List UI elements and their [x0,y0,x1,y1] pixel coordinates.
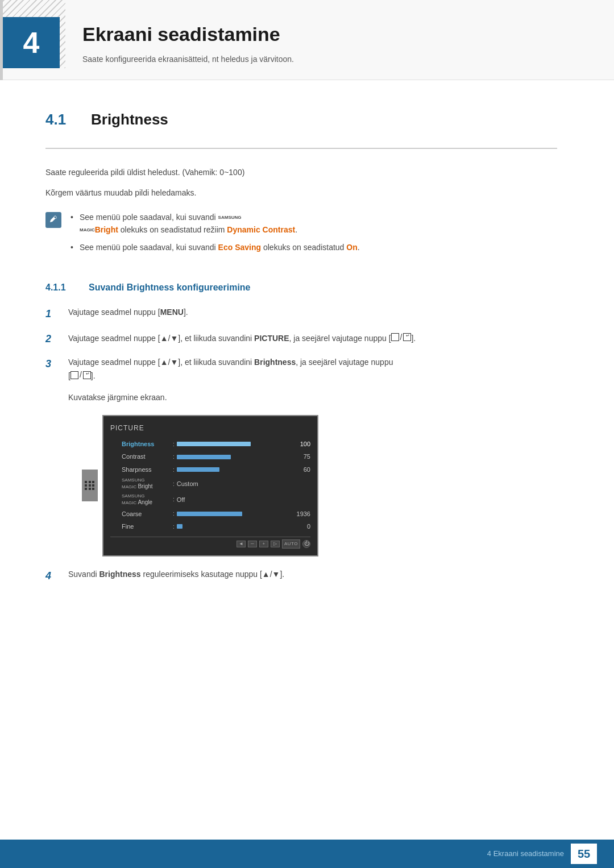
page: 4 Ekraani seadistamine Saate konfigureer… [0,0,614,868]
monitor-container: PICTURE Brightness : 100 Contrast [102,415,318,556]
step-1-number: 1 [45,306,68,322]
magic-bright-value: Custom [177,479,198,489]
magic-label2: MAGIC [122,500,138,505]
sharpness-bar-container: : [173,466,289,474]
menu-item-magic-angle: SAMSUNG MAGIC Angle [110,493,173,506]
coarse-bar [177,512,242,516]
step2-item: PICTURE [254,334,289,343]
step-4-text: Suvandi Brightness reguleerimiseks kasut… [68,568,284,580]
menu-item-contrast: Contrast [110,452,173,462]
menu-row-fine: Fine : 0 [110,520,310,533]
steps-container: 1 Vajutage seadmel nuppu [MENU]. 2 Vajut… [45,306,557,584]
grid-icon [85,481,95,490]
menu-row-sharpness: Sharpness : 60 [110,463,310,476]
bright-label: Bright [138,483,152,489]
description-1: Saate reguleerida pildi üldist heledust.… [45,166,557,178]
step1-key: MENU [160,308,184,317]
page-footer: 4 Ekraani seadistamine 55 [0,840,614,868]
sharpness-value: 60 [293,465,310,475]
monitor-side-icon [82,470,98,501]
fine-bar [177,524,182,529]
menu-row-brightness: Brightness : 100 [110,438,310,451]
brightness-bar-container: : [173,440,289,448]
menu-label: PICTURE [110,423,310,433]
section-number: 4.1 [45,109,80,131]
minus-icon: ─ [251,541,254,547]
icon-btn-4: ▷ [271,541,280,547]
contrast-bar [177,455,231,459]
step-2-text: Vajutage seadmel nuppe [▲/▼], et liikuda… [68,331,416,345]
power-icon: ⏻ [304,540,309,548]
coarse-bar-container: : [173,509,289,518]
brightness-bar [177,442,251,446]
section-4-1-heading: 4.1 Brightness [45,109,557,131]
step2-key-icon: /↵ [391,331,412,343]
menu-item-brightness: Brightness [110,439,173,449]
menu-item-sharpness: Sharpness [110,465,173,475]
note2-mid: olekuks on seadistatud [261,243,346,252]
plus-icon: + [263,541,265,547]
magic-angle-value: Off [177,495,185,505]
step3-key-icon: /↵ [70,368,91,381]
main-content: 4.1 Brightness Saate reguleerida pildi ü… [0,109,614,584]
step-4-number: 4 [45,568,68,584]
menu-row-contrast: Contrast : 75 [110,450,310,463]
fine-value: 0 [293,522,310,531]
magic-angle-container: : Off [173,495,310,505]
note-list: See menüü pole saadaval, kui suvandi SAM… [70,211,360,258]
description-2: Kõrgem väärtus muudab pildi heledamaks. [45,186,557,199]
note-item-1: See menüü pole saadaval, kui suvandi SAM… [70,211,360,236]
samsung-label2: SAMSUNG [122,493,173,499]
menu-row-magic-bright: SAMSUNG MAGIC Bright : Custom [110,476,310,492]
coarse-value: 1936 [293,509,310,519]
arrow-left-icon: ◄ [239,541,243,547]
note2-item: Eco Saving [218,243,261,252]
icon-btn-1: ◄ [237,541,246,547]
menu-item-fine: Fine [110,522,173,531]
chapter-title-area: Ekraani seadistamine Saate konfigureerid… [77,20,294,65]
pencil-icon [49,215,58,225]
magic-label: MAGIC [122,484,138,489]
step-4: 4 Suvandi Brightness reguleerimiseks kas… [45,568,557,584]
step-3: 3 Vajutage seadmel nuppe [▲/▼], et liiku… [45,356,557,383]
chapter-subtitle: Saate konfigureerida ekraanisätteid, nt … [82,53,294,65]
note2-pre: See menüü pole saadaval, kui suvandi [80,243,218,252]
fine-bar-container: : [173,522,289,531]
note-icon [45,212,61,228]
icon-btn-2: ─ [248,541,257,547]
menu-row-magic-angle: SAMSUNG MAGIC Angle : Off [110,492,310,508]
step-2-number: 2 [45,331,68,347]
note1-pre: See menüü pole saadaval, kui suvandi [80,213,218,222]
subsection-title: Suvandi Brightness konfigureerimine [89,281,251,294]
contrast-bar-container: : [173,452,289,461]
section-divider [45,148,557,149]
contrast-value: 75 [293,452,310,462]
magic-bright-container: : Custom [173,479,310,489]
menu-item-magic-bright: SAMSUNG MAGIC Bright [110,477,173,490]
chapter-header: 4 Ekraani seadistamine Saate konfigureer… [0,0,614,80]
icon-btn-3: + [259,541,268,547]
auto-btn: AUTO [282,539,300,549]
monitor-bottom-icons: ◄ ─ + ▷ AUTO [110,537,310,549]
brightness-value: 100 [293,439,310,449]
menu-item-coarse: Coarse [110,509,173,519]
note-box: See menüü pole saadaval, kui suvandi SAM… [45,211,557,258]
menu-row-coarse: Coarse : 1936 [110,508,310,521]
note1-item: Bright [95,225,118,234]
chapter-number: 4 [3,17,60,68]
chapter-title: Ekraani seadistamine [82,20,294,49]
section-title: Brightness [91,109,168,131]
step-1: 1 Vajutage seadmel nuppu [MENU]. [45,306,557,322]
monitor-screen: PICTURE Brightness : 100 Contrast [102,415,318,556]
step-2: 2 Vajutage seadmel nuppe [▲/▼], et liiku… [45,331,557,347]
note1-end: . [295,225,297,234]
step-3-number: 3 [45,356,68,372]
note2-end: . [358,243,360,252]
step-3-text: Vajutage seadmel nuppe [▲/▼], et liikuda… [68,356,393,383]
auto-label: AUTO [284,541,298,547]
enter-icon: ▷ [273,541,277,547]
footer-chapter-text: 4 Ekraani seadistamine [487,848,564,859]
angle-label: Angle [138,499,152,505]
power-btn: ⏻ [302,540,310,548]
sharpness-bar [177,467,219,472]
